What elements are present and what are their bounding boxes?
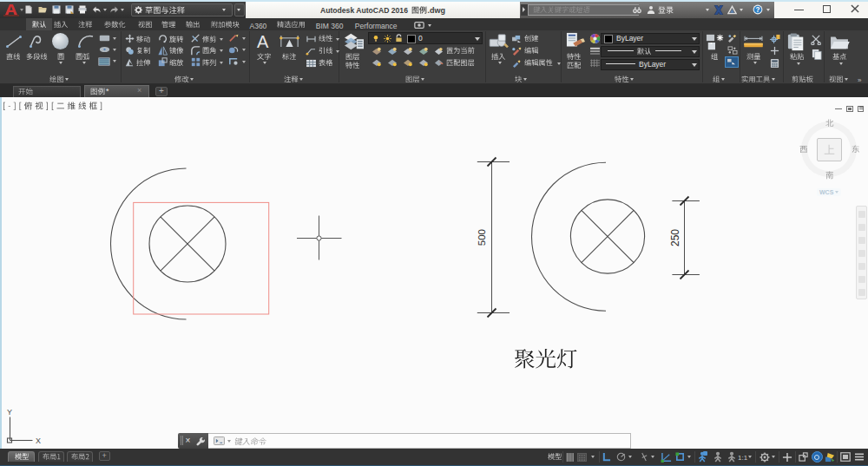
- svg-text:250: 250: [669, 229, 681, 246]
- svg-text:X: X: [36, 436, 41, 445]
- svg-text:500: 500: [477, 229, 488, 246]
- svg-text:?: ?: [756, 6, 760, 14]
- svg-text:Y: Y: [7, 408, 12, 417]
